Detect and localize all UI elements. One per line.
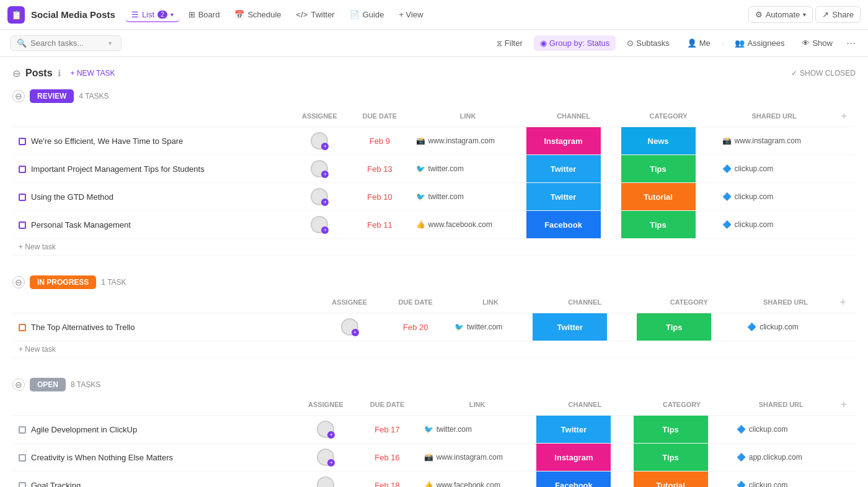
task-name[interactable]: Goal Tracking — [31, 481, 81, 488]
shared-url[interactable]: 🔷clickup.com — [722, 192, 826, 201]
col-channel: CHANNEL — [533, 292, 637, 313]
new-task-button[interactable]: + NEW TASK — [66, 67, 120, 79]
tab-list[interactable]: ☰ List 2 ▾ — [125, 7, 180, 22]
shared-url[interactable]: 🔷app.clickup.com — [737, 453, 826, 462]
open-task-count: 8 TASKS — [71, 380, 100, 389]
category-badge[interactable]: Tutorial — [634, 471, 708, 487]
category-badge[interactable]: Tutorial — [621, 183, 696, 210]
shared-url[interactable]: 📸www.instagram.com — [722, 136, 826, 145]
add-column-button[interactable]: + — [840, 297, 846, 307]
col-task — [12, 292, 316, 313]
add-assignee-icon[interactable]: + — [327, 459, 335, 467]
info-icon[interactable]: ℹ — [58, 68, 61, 78]
channel-badge[interactable]: Facebook — [526, 211, 601, 238]
category-badge[interactable]: News — [621, 127, 696, 154]
task-name[interactable]: Creativity is When Nothing Else Matters — [31, 453, 173, 462]
add-assignee-icon[interactable]: + — [321, 199, 329, 206]
channel-badge[interactable]: Facebook — [536, 471, 611, 487]
collapse-review-button[interactable]: ⊖ — [12, 90, 25, 102]
add-assignee-icon[interactable]: + — [321, 226, 329, 234]
col-task — [12, 394, 294, 416]
add-assignee-icon[interactable]: + — [327, 431, 335, 439]
more-options-button[interactable]: ··· — [844, 34, 858, 52]
task-checkbox[interactable] — [19, 166, 26, 173]
review-task-count: 4 TASKS — [79, 92, 108, 101]
category-badge[interactable]: Tips — [634, 416, 708, 443]
task-checkbox[interactable] — [19, 138, 26, 145]
channel-badge[interactable]: Instagram — [526, 127, 601, 154]
add-assignee-icon[interactable]: + — [321, 143, 329, 150]
add-column-button[interactable]: + — [841, 399, 846, 409]
task-name[interactable]: Important Project Management Tips for St… — [31, 164, 205, 174]
me-button[interactable]: 👤 Me — [681, 35, 717, 51]
review-badge[interactable]: REVIEW — [30, 89, 74, 103]
tab-board[interactable]: ⊞ Board — [182, 7, 226, 22]
task-name[interactable]: Agile Development in ClickUp — [31, 425, 137, 434]
task-name[interactable]: Personal Task Management — [31, 220, 131, 230]
task-checkbox[interactable] — [19, 482, 26, 487]
collapse-inprogress-button[interactable]: ⊖ — [12, 276, 25, 288]
channel-badge[interactable]: Twitter — [533, 313, 607, 341]
add-column-button[interactable]: + — [841, 110, 847, 121]
subtasks-button[interactable]: ⊙ Subtasks — [621, 35, 675, 51]
task-checkbox[interactable] — [19, 221, 26, 229]
instagram-icon: 📸 — [424, 453, 433, 462]
task-name[interactable]: We're so Efficient, We Have Time to Spar… — [31, 136, 183, 146]
add-col-header[interactable]: + — [832, 394, 856, 416]
twitter-icon: 🐦 — [416, 192, 425, 201]
link-cell[interactable]: 📸www.instagram.com — [424, 453, 531, 462]
category-badge[interactable]: Tips — [621, 211, 696, 238]
show-closed-button[interactable]: ✓ SHOW CLOSED — [791, 69, 856, 78]
add-col-header[interactable]: + — [830, 292, 856, 313]
add-assignee-icon[interactable]: + — [352, 329, 359, 336]
tab-guide[interactable]: 📄 Guide — [343, 7, 391, 22]
task-checkbox[interactable] — [19, 194, 26, 201]
task-name[interactable]: Using the GTD Method — [31, 192, 113, 202]
shared-url[interactable]: 🔷clickup.com — [722, 164, 826, 173]
collapse-posts-button[interactable]: ⊖ — [12, 68, 20, 79]
collapse-open-button[interactable]: ⊖ — [12, 378, 25, 391]
link-cell[interactable]: 🐦twitter.com — [454, 323, 526, 331]
add-col-header[interactable]: + — [833, 105, 856, 127]
col-shared-url: SHARED URL — [741, 292, 830, 313]
assignees-button[interactable]: 👥 Assignees — [728, 35, 790, 51]
group-by-button[interactable]: ◉ Group by: Status — [534, 35, 616, 51]
channel-badge[interactable]: Instagram — [536, 444, 611, 471]
new-task-row[interactable]: + New task — [12, 341, 856, 358]
task-checkbox[interactable] — [19, 426, 26, 434]
link-cell[interactable]: 📸www.instagram.com — [416, 136, 520, 145]
tab-twitter[interactable]: </> Twitter — [290, 7, 341, 22]
new-task-row[interactable]: + New task — [12, 239, 856, 256]
channel-badge[interactable]: Twitter — [536, 416, 611, 443]
category-badge[interactable]: Tips — [634, 444, 708, 471]
tab-schedule[interactable]: 📅 Schedule — [228, 7, 287, 22]
share-button[interactable]: ↗ Share — [815, 6, 861, 23]
link-cell[interactable]: 👍www.facebook.com — [424, 481, 531, 487]
link-cell[interactable]: 👍www.facebook.com — [416, 220, 520, 229]
category-badge[interactable]: Tips — [637, 313, 711, 341]
avatar: + — [311, 132, 328, 150]
shared-url[interactable]: 🔷clickup.com — [747, 323, 824, 331]
link-cell[interactable]: 🐦twitter.com — [416, 164, 520, 173]
task-name[interactable]: The Top Alternatives to Trello — [31, 323, 135, 332]
add-view-button[interactable]: + View — [392, 7, 429, 22]
shared-url[interactable]: 🔷clickup.com — [737, 425, 826, 434]
inprogress-table: ASSIGNEE DUE DATE LINK CHANNEL CATEGORY … — [12, 292, 856, 358]
open-badge[interactable]: OPEN — [30, 378, 66, 391]
inprogress-badge[interactable]: IN PROGRESS — [30, 275, 96, 289]
task-checkbox[interactable] — [19, 324, 26, 331]
link-cell[interactable]: 🐦twitter.com — [416, 192, 520, 201]
filter-button[interactable]: ⧖ Filter — [490, 35, 529, 51]
shared-url[interactable]: 🔷clickup.com — [737, 481, 826, 487]
channel-badge[interactable]: Twitter — [526, 155, 601, 182]
link-cell[interactable]: 🐦twitter.com — [424, 425, 531, 434]
search-input[interactable] — [30, 38, 105, 48]
show-button[interactable]: 👁 Show — [795, 35, 839, 51]
channel-badge[interactable]: Twitter — [526, 183, 601, 210]
task-checkbox[interactable] — [19, 454, 26, 462]
search-box[interactable]: 🔍 ▾ — [10, 35, 122, 51]
automate-button[interactable]: ⚙ Automate ▾ — [748, 6, 813, 23]
category-badge[interactable]: Tips — [621, 155, 696, 182]
shared-url[interactable]: 🔷clickup.com — [722, 220, 826, 229]
add-assignee-icon[interactable]: + — [321, 171, 329, 178]
